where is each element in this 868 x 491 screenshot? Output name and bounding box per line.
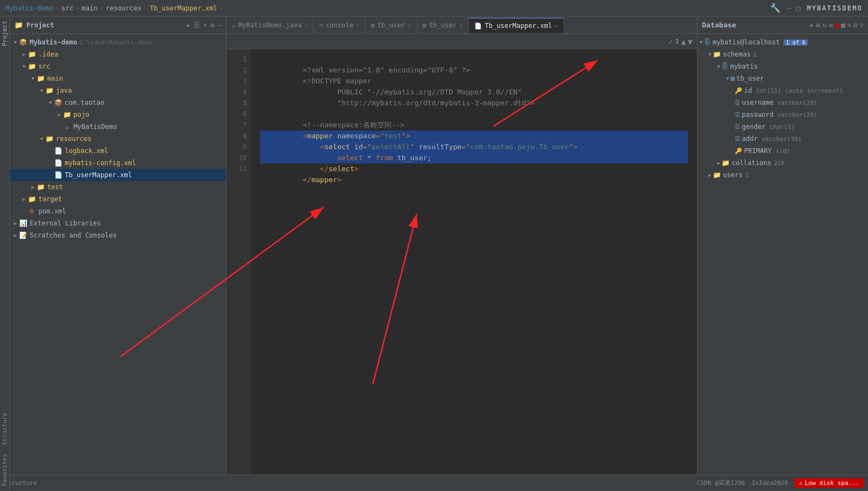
tree-label-scratches: Scratches and Consoles — [30, 232, 117, 239]
db-mybatis-row[interactable]: ▼ 🗄 mybatis — [697, 60, 868, 72]
folder-icon-target: 📁 — [27, 195, 36, 204]
tab-close-mybatisdemo[interactable]: × — [304, 22, 308, 29]
db-col-id[interactable]: 🔑 id int(11) (auto increment) — [697, 84, 868, 97]
toolbar-up-icon[interactable]: ▲ — [681, 37, 685, 46]
code-area[interactable]: <?xml version="1.0" encoding="UTF-8" ?> … — [251, 49, 697, 475]
db-users-count: 1 — [746, 172, 749, 178]
col-name-username: username — [742, 99, 774, 106]
key-icon-primary: 🔑 — [735, 148, 742, 155]
editor-content[interactable]: 1 2 3 4 5 6 7 8 9 10 11 <?xml version="1… — [226, 49, 697, 475]
breadcrumb-xml[interactable]: Tb_userMapper.xml — [150, 4, 217, 12]
favorites-tab-label[interactable]: Favorites — [0, 449, 9, 491]
db-users-row[interactable]: ▶ 📁 users 1 — [697, 169, 868, 181]
tree-item-idea[interactable]: ▶ 📁 .idea — [10, 48, 226, 60]
db-collations-row[interactable]: ▶ 📁 collations 219 — [697, 157, 868, 169]
tree-item-scratches[interactable]: ▶ 📝 Scratches and Consoles — [10, 229, 226, 241]
gear-icon[interactable]: ⚙ — [211, 21, 214, 29]
db-col-username[interactable]: ☰ username varchar(20) — [697, 97, 868, 109]
tree-label-resources: resources — [56, 135, 92, 143]
line-num-7: 7 — [226, 120, 251, 131]
project-icon: 📦 — [19, 38, 27, 47]
folder-icon-src: 📁 — [27, 62, 36, 71]
minimize-panel-icon[interactable]: — — [218, 21, 222, 29]
breadcrumb-main[interactable]: main — [82, 4, 98, 12]
minimize-icon[interactable]: — — [787, 4, 792, 12]
list-icon[interactable]: ☰ — [194, 21, 200, 29]
breadcrumb-sep-3: › — [100, 4, 104, 12]
tree-item-src[interactable]: ▼ 📁 src — [10, 60, 226, 72]
db-col-primary[interactable]: 🔑 PRIMARY (id) — [697, 145, 868, 157]
add-icon[interactable]: + — [186, 21, 190, 30]
tab-close-tb-user2[interactable]: × — [459, 22, 463, 29]
db-filter-icon[interactable]: ▽ — [860, 21, 864, 29]
db-col-password[interactable]: ☰ password varchar(20) — [697, 109, 868, 121]
col-type-primary: (id) — [776, 148, 791, 155]
db-refresh-icon[interactable]: ↻ — [822, 21, 827, 29]
project-tab-label[interactable]: Project — [0, 16, 9, 50]
db-schemas-row[interactable]: ▼ 📁 schemas 1 — [697, 48, 868, 60]
tree-item-java[interactable]: ▼ 📁 java — [10, 84, 226, 97]
tree-item-mybatis-demo[interactable]: ▼ 📦 Mybatis-demo C:\idea\Mybatis-demo — [10, 36, 226, 48]
db-sync-icon[interactable]: ⇄ — [829, 21, 833, 29]
scratches-icon: 📝 — [19, 231, 27, 240]
tree-item-resources[interactable]: ▼ 📁 resources — [10, 133, 226, 145]
status-bar: Structure CSDN @买课1296 InIdea2020 ⚠ Low … — [0, 475, 868, 491]
tree-item-com-taotao[interactable]: ▼ 📦 com.taotao — [10, 97, 226, 109]
db-col-addr[interactable]: ☰ addr varchar(30) — [697, 133, 868, 145]
settings-icon[interactable]: 🔧 — [770, 3, 781, 13]
expand-arrow-ext: ▶ — [12, 220, 19, 227]
db-edit-icon[interactable]: ✎ — [847, 21, 851, 29]
table-icon: ▦ — [730, 75, 734, 82]
db-table-icon[interactable]: ▦ — [841, 21, 845, 29]
tree-item-pom[interactable]: ▶ m pom.xml — [10, 205, 226, 217]
left-sidebar-strip: Project Structure Favorites — [0, 16, 10, 491]
tab-close-console[interactable]: × — [356, 22, 359, 29]
folder-icon-java: 📁 — [45, 86, 54, 95]
breadcrumb-resources[interactable]: resources — [106, 4, 141, 12]
tree-item-mybatis-config[interactable]: ▶ 📄 mybatis-config.xml — [10, 157, 226, 169]
breadcrumb-mybatis-demo[interactable]: Mybatis-demo — [5, 4, 53, 12]
toolbar-count: 1 — [676, 38, 679, 45]
tab-tb-user2[interactable]: ⊞ tb_user × — [417, 18, 469, 33]
tab-label-mybatisdemo: MyBatisDemo.java — [239, 21, 302, 29]
warning-icon: ⚠ — [799, 479, 803, 487]
db-copy-icon[interactable]: ⊞ — [816, 21, 820, 29]
folder-icon-resources: 📁 — [45, 134, 54, 143]
tree-item-pojo[interactable]: ▶ 📁 pojo — [10, 109, 226, 121]
tab-mybatisdemo[interactable]: ☕ MyBatisDemo.java × — [226, 18, 314, 33]
db-expand-icon[interactable]: ⊡ — [854, 21, 858, 29]
tree-item-mybatisdemo-class[interactable]: ▶ ☕ MyBatisDemo — [10, 121, 226, 133]
tree-item-target[interactable]: ▶ 📁 target — [10, 193, 226, 205]
db-connection-row[interactable]: ▼ 🗄 mybatis@localhost 1 of 6 — [697, 36, 868, 48]
tab-close-tb-mapper[interactable]: × — [555, 23, 558, 29]
col-name-id: id — [744, 87, 752, 94]
sort-icon[interactable]: ⬆ — [203, 21, 207, 29]
tree-item-external-libs[interactable]: ▶ 📊 External Libraries — [10, 217, 226, 229]
db-tb-user-row[interactable]: ▼ ▦ tb_user — [697, 72, 868, 84]
toolbar-down-icon[interactable]: ▼ — [688, 37, 693, 46]
db-stop-icon[interactable]: ■ — [835, 21, 839, 29]
tree-item-test[interactable]: ▶ 📁 test — [10, 181, 226, 193]
col-name-addr: addr — [742, 135, 758, 143]
low-disk-warning[interactable]: ⚠ Low disk spa... — [795, 478, 864, 488]
maximize-icon[interactable]: □ — [796, 4, 801, 12]
expand-arrow-users: ▶ — [708, 172, 711, 178]
tab-tb-user1[interactable]: ⊞ tb_user × — [365, 18, 417, 33]
expand-arrow-resources: ▼ — [38, 136, 45, 142]
db-col-gender[interactable]: ☰ gender char(1) — [697, 121, 868, 133]
breadcrumb-src[interactable]: src — [61, 4, 73, 12]
tree-label-test: test — [47, 183, 63, 191]
col-type-addr: varchar(30) — [762, 136, 802, 143]
tree-item-tb-mapper[interactable]: ▶ 📄 Tb_userMapper.xml — [10, 169, 226, 181]
tree-item-main[interactable]: ▼ 📁 main — [10, 72, 226, 84]
tab-close-tb-user1[interactable]: × — [408, 22, 411, 29]
mybatis-schema-icon: 🗄 — [722, 63, 728, 70]
db-connection-label: mybatis@localhost — [712, 38, 780, 46]
tab-tb-mapper[interactable]: 📄 Tb_userMapper.xml × — [469, 18, 564, 33]
structure-tab-label[interactable]: Structure — [0, 408, 9, 450]
collations-icon: 📁 — [722, 159, 730, 167]
toolbar-check-icon[interactable]: ✓ — [668, 37, 673, 46]
tree-item-logback[interactable]: ▶ 📄 logback.xml — [10, 145, 226, 157]
db-add-icon[interactable]: + — [809, 21, 814, 30]
tab-console[interactable]: ⌨ console × — [314, 18, 365, 33]
